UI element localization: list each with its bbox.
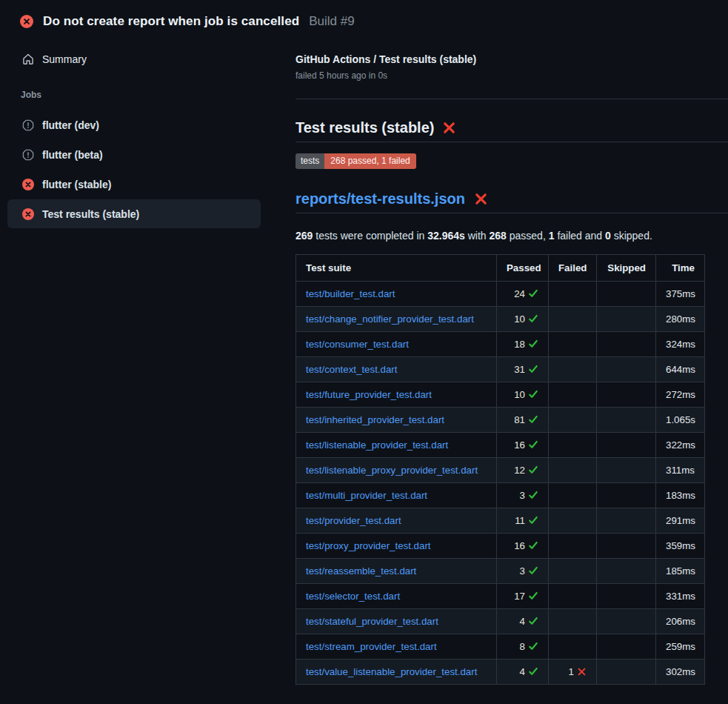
passed-cell: 16 [497,534,549,559]
table-row: test/value_listenable_provider_test.dart… [296,660,705,685]
failed-cell [549,458,597,483]
suite-cell: test/listenable_provider_test.dart [296,433,497,458]
failed-cell [549,433,597,458]
failed-count: 1 [569,666,574,677]
test-suite-link[interactable]: test/stream_provider_test.dart [306,641,437,652]
summary-label: Summary [42,53,87,65]
breadcrumb: GitHub Actions / Test results (stable) [295,53,728,65]
table-row: test/stateful_provider_test.dart4206ms [296,609,705,634]
test-suite-link[interactable]: test/builder_test.dart [306,288,395,299]
failed-cell [549,634,597,660]
job-label: flutter (dev) [42,119,99,131]
test-suite-link[interactable]: test/stateful_provider_test.dart [306,616,438,627]
test-suite-link[interactable]: test/consumer_test.dart [306,339,409,350]
table-row: test/change_notifier_provider_test.dart1… [296,307,705,332]
passed-count: 81 [514,414,525,425]
badge-label: tests [295,153,324,169]
test-suite-link[interactable]: test/proxy_provider_test.dart [306,540,431,551]
summary-segment: 0 [605,230,611,242]
table-row: test/builder_test.dart24375ms [296,282,705,307]
test-suite-link[interactable]: test/future_provider_test.dart [306,389,432,400]
test-suite-link[interactable]: test/context_test.dart [306,364,397,375]
test-suite-link[interactable]: test/value_listenable_provider_test.dart [306,666,477,677]
x-mark-icon [442,121,456,135]
time-cell: 1.065s [656,408,705,433]
suite-cell: test/stateful_provider_test.dart [296,609,497,634]
time-cell: 259ms [656,634,705,660]
suite-cell: test/future_provider_test.dart [296,382,497,408]
tests-badge: tests 268 passed, 1 failed [295,153,416,169]
sidebar-item-flutter-stable[interactable]: flutter (stable) [7,170,261,199]
check-icon [528,565,538,576]
time-cell: 375ms [656,282,705,307]
suite-cell: test/selector_test.dart [296,584,497,609]
test-suite-link[interactable]: test/listenable_proxy_provider_test.dart [306,465,478,476]
summary-segment: 269 [295,230,313,242]
suite-cell: test/listenable_proxy_provider_test.dart [296,458,497,483]
test-suite-link[interactable]: test/provider_test.dart [306,515,401,526]
passed-count: 16 [514,540,525,551]
divider [295,99,728,99]
check-icon [528,439,538,450]
skipped-cell [597,634,656,660]
check-icon [528,389,538,399]
failed-cell [549,408,597,433]
jobs-section-label: Jobs [0,90,271,100]
job-label: flutter (stable) [42,179,111,190]
test-suite-link[interactable]: test/change_notifier_provider_test.dart [306,313,474,325]
test-results-table: Test suitePassedFailedSkippedTime test/b… [295,254,705,685]
column-header-skipped: Skipped [597,255,656,282]
time-cell: 359ms [656,534,705,559]
skipped-cell [597,660,656,685]
skipped-cell [597,559,656,584]
suite-cell: test/consumer_test.dart [296,332,497,357]
check-icon [528,490,538,500]
x-circle-icon [20,15,33,28]
check-title: Test results (stable) [295,117,728,142]
sidebar-item-test-results-stable[interactable]: Test results (stable) [7,199,261,228]
column-header-time: Time [656,255,705,282]
failed-cell [549,584,597,609]
time-cell: 206ms [656,609,705,634]
check-icon [528,339,538,349]
test-suite-link[interactable]: test/reassemble_test.dart [306,565,416,577]
summary-segment: failed and [555,230,606,242]
time-cell: 302ms [656,660,705,685]
test-suite-link[interactable]: test/selector_test.dart [306,591,400,602]
check-icon [528,515,538,525]
suite-cell: test/value_listenable_provider_test.dart [296,660,497,685]
sidebar-item-summary[interactable]: Summary [0,50,271,68]
table-row: test/proxy_provider_test.dart16359ms [296,534,705,559]
failed-cell [549,559,597,584]
test-suite-link[interactable]: test/listenable_provider_test.dart [306,439,448,451]
test-suite-link[interactable]: test/inherited_provider_test.dart [306,414,444,425]
passed-cell: 17 [497,584,549,609]
badge-value: 268 passed, 1 failed [324,153,415,169]
passed-cell: 16 [497,433,549,458]
passed-cell: 31 [497,357,549,382]
failed-cell [549,357,597,382]
table-row: test/listenable_proxy_provider_test.dart… [296,458,705,483]
skipped-cell [597,584,656,609]
passed-cell: 12 [497,458,549,483]
skipped-cell [597,357,656,382]
skipped-cell [597,609,656,634]
failed-cell [549,508,597,534]
table-row: test/reassemble_test.dart3185ms [296,559,705,584]
suite-cell: test/provider_test.dart [296,508,497,534]
failed-cell [549,382,597,408]
report-file-link[interactable]: reports/test-results.json [295,188,465,209]
time-cell: 331ms [656,584,705,609]
skipped-cell [597,433,656,458]
failed-cell [549,483,597,508]
passed-count: 16 [514,439,525,451]
sidebar-item-flutter-beta[interactable]: flutter (beta) [7,140,261,169]
stop-icon [22,149,34,161]
suite-cell: test/change_notifier_provider_test.dart [296,307,497,332]
home-icon [22,53,34,65]
sidebar-item-flutter-dev[interactable]: flutter (dev) [7,110,261,139]
test-suite-link[interactable]: test/multi_provider_test.dart [306,490,427,501]
check-icon [528,364,538,374]
check-icon [528,313,538,324]
time-cell: 311ms [656,458,705,483]
